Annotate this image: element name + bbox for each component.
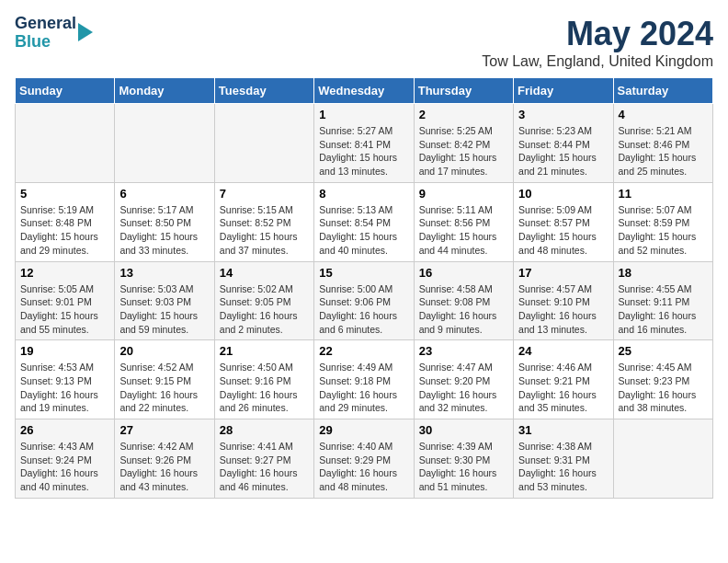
main-title: May 2024 (482, 15, 713, 53)
calendar-cell: 8Sunrise: 5:13 AM Sunset: 8:54 PM Daylig… (314, 182, 414, 261)
calendar-table: SundayMondayTuesdayWednesdayThursdayFrid… (15, 77, 713, 499)
calendar-cell: 31Sunrise: 4:38 AM Sunset: 9:31 PM Dayli… (514, 419, 613, 499)
day-number: 24 (518, 344, 608, 358)
calendar-cell (613, 419, 712, 499)
day-number: 12 (20, 266, 109, 280)
header-monday: Monday (115, 78, 214, 104)
day-number: 16 (419, 266, 508, 280)
header-saturday: Saturday (613, 78, 712, 104)
day-number: 15 (319, 266, 408, 280)
calendar-cell: 17Sunrise: 4:57 AM Sunset: 9:10 PM Dayli… (514, 261, 613, 340)
calendar-cell: 19Sunrise: 4:53 AM Sunset: 9:13 PM Dayli… (16, 340, 115, 419)
day-info: Sunrise: 4:38 AM Sunset: 9:31 PM Dayligh… (518, 440, 608, 494)
day-number: 22 (319, 344, 408, 358)
day-info: Sunrise: 5:07 AM Sunset: 8:59 PM Dayligh… (619, 203, 708, 258)
calendar-cell: 28Sunrise: 4:41 AM Sunset: 9:27 PM Dayli… (214, 419, 313, 499)
day-info: Sunrise: 5:21 AM Sunset: 8:46 PM Dayligh… (619, 124, 708, 178)
title-block: May 2024 Tow Law, England, United Kingdo… (482, 15, 713, 70)
calendar-cell: 1Sunrise: 5:27 AM Sunset: 8:41 PM Daylig… (314, 104, 414, 183)
day-info: Sunrise: 5:02 AM Sunset: 9:05 PM Dayligh… (220, 282, 309, 337)
day-info: Sunrise: 4:49 AM Sunset: 9:18 PM Dayligh… (319, 361, 408, 415)
day-number: 9 (419, 187, 508, 201)
day-info: Sunrise: 5:25 AM Sunset: 8:42 PM Dayligh… (419, 124, 508, 178)
day-info: Sunrise: 4:43 AM Sunset: 9:24 PM Dayligh… (20, 440, 109, 494)
calendar-header-row: SundayMondayTuesdayWednesdayThursdayFrid… (16, 78, 713, 104)
calendar-cell: 26Sunrise: 4:43 AM Sunset: 9:24 PM Dayli… (16, 419, 115, 499)
calendar-cell: 4Sunrise: 5:21 AM Sunset: 8:46 PM Daylig… (613, 104, 712, 183)
day-number: 26 (20, 423, 109, 437)
day-info: Sunrise: 4:41 AM Sunset: 9:27 PM Dayligh… (220, 440, 309, 494)
day-info: Sunrise: 4:47 AM Sunset: 9:20 PM Dayligh… (419, 361, 508, 415)
calendar-cell (214, 104, 313, 183)
logo-text: GeneralBlue (15, 15, 76, 52)
day-number: 27 (119, 423, 209, 437)
day-number: 19 (20, 344, 109, 358)
calendar-cell: 29Sunrise: 4:40 AM Sunset: 9:29 PM Dayli… (314, 419, 414, 499)
day-number: 13 (119, 266, 209, 280)
calendar-cell: 25Sunrise: 4:45 AM Sunset: 9:23 PM Dayli… (613, 340, 712, 419)
calendar-cell: 10Sunrise: 5:09 AM Sunset: 8:57 PM Dayli… (514, 182, 613, 261)
day-info: Sunrise: 5:27 AM Sunset: 8:41 PM Dayligh… (319, 124, 408, 178)
calendar-week-row: 19Sunrise: 4:53 AM Sunset: 9:13 PM Dayli… (16, 340, 713, 419)
day-number: 31 (518, 423, 608, 437)
day-info: Sunrise: 4:46 AM Sunset: 9:21 PM Dayligh… (518, 361, 608, 415)
calendar-cell: 3Sunrise: 5:23 AM Sunset: 8:44 PM Daylig… (514, 104, 613, 183)
day-info: Sunrise: 4:53 AM Sunset: 9:13 PM Dayligh… (20, 361, 109, 415)
day-number: 3 (518, 108, 608, 121)
calendar-cell: 5Sunrise: 5:19 AM Sunset: 8:48 PM Daylig… (16, 182, 115, 261)
day-info: Sunrise: 5:05 AM Sunset: 9:01 PM Dayligh… (20, 282, 109, 337)
calendar-cell: 2Sunrise: 5:25 AM Sunset: 8:42 PM Daylig… (414, 104, 513, 183)
day-info: Sunrise: 5:17 AM Sunset: 8:50 PM Dayligh… (119, 203, 209, 258)
calendar-cell: 24Sunrise: 4:46 AM Sunset: 9:21 PM Dayli… (514, 340, 613, 419)
day-info: Sunrise: 4:39 AM Sunset: 9:30 PM Dayligh… (419, 440, 508, 494)
day-number: 4 (619, 108, 708, 121)
day-number: 25 (619, 344, 708, 358)
day-number: 21 (220, 344, 309, 358)
day-number: 5 (20, 187, 109, 201)
day-info: Sunrise: 4:45 AM Sunset: 9:23 PM Dayligh… (619, 361, 708, 415)
day-number: 18 (619, 266, 708, 280)
day-number: 29 (319, 423, 408, 437)
calendar-cell: 14Sunrise: 5:02 AM Sunset: 9:05 PM Dayli… (214, 261, 313, 340)
day-info: Sunrise: 4:58 AM Sunset: 9:08 PM Dayligh… (419, 282, 508, 337)
calendar-cell: 21Sunrise: 4:50 AM Sunset: 9:16 PM Dayli… (214, 340, 313, 419)
calendar-cell (115, 104, 214, 183)
day-info: Sunrise: 4:40 AM Sunset: 9:29 PM Dayligh… (319, 440, 408, 494)
calendar-week-row: 5Sunrise: 5:19 AM Sunset: 8:48 PM Daylig… (16, 182, 713, 261)
calendar-week-row: 26Sunrise: 4:43 AM Sunset: 9:24 PM Dayli… (16, 419, 713, 499)
calendar-week-row: 1Sunrise: 5:27 AM Sunset: 8:41 PM Daylig… (16, 104, 713, 183)
calendar-cell: 23Sunrise: 4:47 AM Sunset: 9:20 PM Dayli… (414, 340, 513, 419)
calendar-week-row: 12Sunrise: 5:05 AM Sunset: 9:01 PM Dayli… (16, 261, 713, 340)
logo: GeneralBlue (15, 15, 93, 52)
day-number: 28 (220, 423, 309, 437)
day-info: Sunrise: 4:55 AM Sunset: 9:11 PM Dayligh… (619, 282, 708, 337)
day-info: Sunrise: 5:15 AM Sunset: 8:52 PM Dayligh… (220, 203, 309, 258)
calendar-cell: 6Sunrise: 5:17 AM Sunset: 8:50 PM Daylig… (115, 182, 214, 261)
day-info: Sunrise: 5:00 AM Sunset: 9:06 PM Dayligh… (319, 282, 408, 337)
calendar-cell (16, 104, 115, 183)
day-number: 10 (518, 187, 608, 201)
calendar-cell: 27Sunrise: 4:42 AM Sunset: 9:26 PM Dayli… (115, 419, 214, 499)
day-info: Sunrise: 5:13 AM Sunset: 8:54 PM Dayligh… (319, 203, 408, 258)
calendar-cell: 18Sunrise: 4:55 AM Sunset: 9:11 PM Dayli… (613, 261, 712, 340)
day-number: 14 (220, 266, 309, 280)
calendar-cell: 12Sunrise: 5:05 AM Sunset: 9:01 PM Dayli… (16, 261, 115, 340)
day-info: Sunrise: 4:50 AM Sunset: 9:16 PM Dayligh… (220, 361, 309, 415)
header-tuesday: Tuesday (214, 78, 313, 104)
day-number: 11 (619, 187, 708, 201)
day-number: 30 (419, 423, 508, 437)
day-info: Sunrise: 5:19 AM Sunset: 8:48 PM Dayligh… (20, 203, 109, 258)
logo-arrow-icon (78, 23, 93, 41)
day-number: 7 (220, 187, 309, 201)
day-info: Sunrise: 5:09 AM Sunset: 8:57 PM Dayligh… (518, 203, 608, 258)
calendar-cell: 22Sunrise: 4:49 AM Sunset: 9:18 PM Dayli… (314, 340, 414, 419)
day-number: 20 (119, 344, 209, 358)
day-info: Sunrise: 4:57 AM Sunset: 9:10 PM Dayligh… (518, 282, 608, 337)
calendar-cell: 30Sunrise: 4:39 AM Sunset: 9:30 PM Dayli… (414, 419, 513, 499)
calendar-cell: 11Sunrise: 5:07 AM Sunset: 8:59 PM Dayli… (613, 182, 712, 261)
day-info: Sunrise: 4:42 AM Sunset: 9:26 PM Dayligh… (119, 440, 209, 494)
header-wednesday: Wednesday (314, 78, 414, 104)
day-info: Sunrise: 5:11 AM Sunset: 8:56 PM Dayligh… (419, 203, 508, 258)
calendar-cell: 7Sunrise: 5:15 AM Sunset: 8:52 PM Daylig… (214, 182, 313, 261)
day-number: 2 (419, 108, 508, 121)
